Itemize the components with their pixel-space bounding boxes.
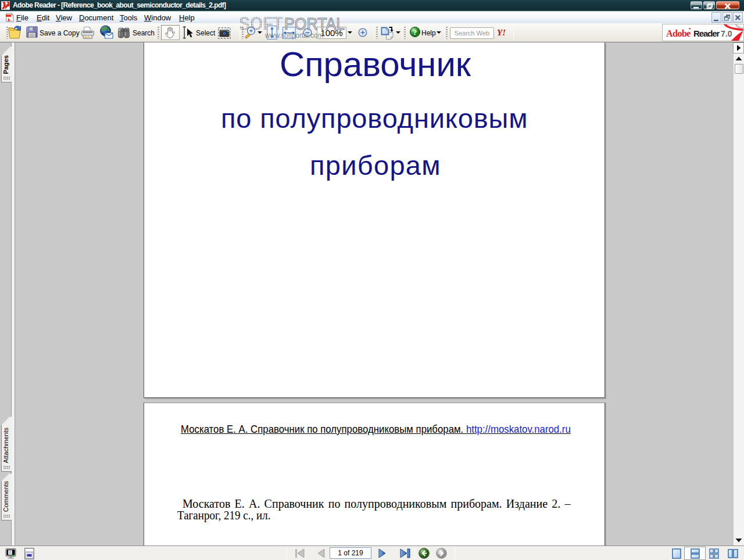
svg-text:?: ? xyxy=(413,28,417,37)
